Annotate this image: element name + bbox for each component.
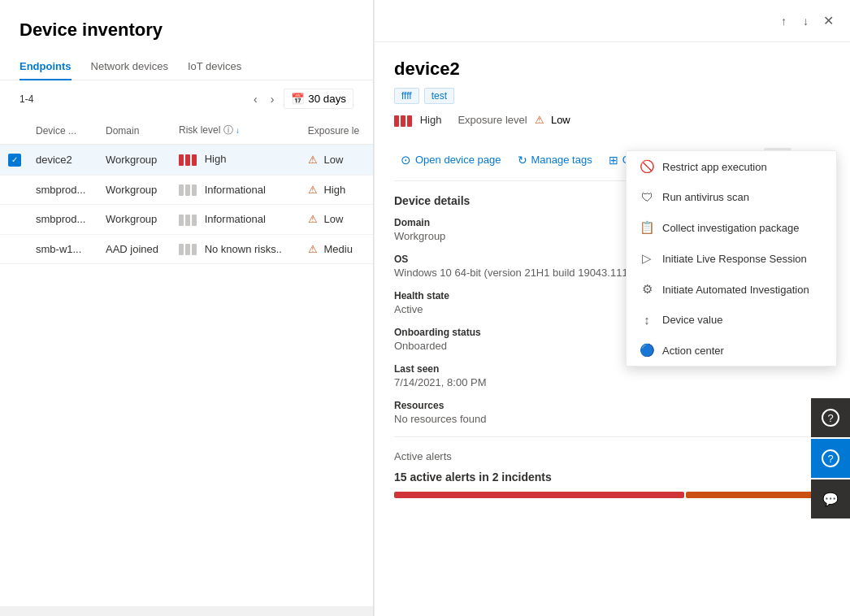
dropdown-collect-pkg[interactable]: 📋 Collect investigation package [627, 212, 836, 243]
horizontal-scrollbar[interactable] [0, 606, 373, 616]
row-check[interactable] [0, 234, 29, 264]
col-check [0, 117, 29, 145]
date-range-label: 30 days [308, 93, 346, 105]
domain-cell: Workgroup [99, 205, 172, 235]
question-circle-icon: ? [822, 409, 839, 427]
risk-level-label: High [394, 114, 441, 127]
next-button[interactable]: › [267, 91, 278, 107]
detail-device-name: device2 [394, 59, 830, 80]
risk-bar-2 [401, 115, 405, 127]
checkbox-checked-icon: ✓ [8, 154, 21, 167]
risk-cell: Informational [172, 205, 301, 235]
sort-arrow-icon: ↓ [236, 126, 240, 135]
antivirus-icon: 🛡 [640, 190, 654, 204]
risk-bar-1 [394, 115, 399, 127]
close-button[interactable]: ✕ [820, 10, 837, 32]
open-page-icon: ⊙ [401, 153, 411, 167]
dropdown-device-value[interactable]: ↕ Device value [627, 305, 836, 335]
alert-bar-warning [686, 492, 830, 498]
risk-bar-3 [192, 244, 197, 255]
hunt-icon: ⊞ [609, 154, 618, 167]
help-button-1[interactable]: ? [811, 398, 850, 437]
risk-bar-2 [185, 244, 190, 255]
tag-ffff[interactable]: ffff [394, 88, 419, 104]
exposure-level-section: Exposure level ⚠ Low [458, 114, 570, 126]
restrict-icon: 🚫 [640, 159, 654, 174]
detail-header-controls: ↑ ↓ ✕ [375, 0, 850, 42]
chat-button[interactable]: 💬 [811, 479, 850, 518]
device-table: Device ... Domain Risk level ⓘ ↓ Exposur… [0, 117, 373, 264]
risk-info-icon: ⓘ [223, 124, 233, 136]
dropdown-restrict-app[interactable]: 🚫 Restrict app execution [627, 151, 836, 182]
risk-bars-high [179, 154, 197, 166]
alerts-header[interactable]: Active alerts ∧ [394, 447, 830, 466]
device-name-cell: smbprod... [29, 175, 99, 205]
tab-network-devices[interactable]: Network devices [91, 54, 168, 80]
risk-cell: High [172, 145, 301, 176]
tab-bar: Endpoints Network devices IoT devices [0, 54, 373, 80]
exposure-cell: ⚠ Low [301, 145, 373, 176]
risk-cell: No known risks.. [172, 234, 301, 264]
pagination-label: 1-4 [20, 93, 33, 105]
risk-bar-3 [192, 154, 197, 166]
risk-bar-3 [192, 215, 197, 226]
warning-icon: ⚠ [308, 184, 318, 196]
table-row[interactable]: smbprod... Workgroup Informational [0, 175, 373, 205]
row-check[interactable]: ✓ [0, 145, 29, 176]
open-device-page-button[interactable]: ⊙ Open device page [394, 148, 508, 172]
dropdown-action-center[interactable]: 🔵 Action center [627, 335, 836, 366]
risk-bars-info [179, 215, 197, 226]
domain-cell: Workgroup [99, 175, 172, 205]
risk-bar-3 [192, 184, 197, 196]
dropdown-antivirus[interactable]: 🛡 Run antivirus scan [627, 182, 836, 212]
live-response-icon: ▷ [640, 251, 654, 266]
row-check[interactable] [0, 205, 29, 235]
col-device: Device ... [29, 117, 99, 145]
chat-icon: 💬 [822, 492, 839, 507]
right-icon-panel: ? ? 💬 [811, 398, 850, 518]
dropdown-live-response[interactable]: ▷ Initiate Live Response Session [627, 243, 836, 274]
dropdown-auto-investigation[interactable]: ⚙ Initiate Automated Investigation [627, 274, 836, 305]
detail-panel: ↑ ↓ ✕ device2 ffff test High Exposure le… [374, 0, 850, 616]
alert-severity-bars [394, 492, 830, 498]
risk-bar-1 [179, 184, 184, 196]
warning-icon: ⚠ [308, 243, 318, 255]
help-button-2[interactable]: ? [811, 439, 850, 478]
risk-cell: Informational [172, 175, 301, 205]
risk-bar-3 [407, 115, 412, 127]
exposure-cell: ⚠ Mediu [301, 234, 373, 264]
risk-bar-1 [179, 154, 184, 166]
auto-investigation-icon: ⚙ [640, 282, 654, 297]
prev-button[interactable]: ‹ [250, 91, 261, 107]
device-name-cell: device2 [29, 145, 99, 176]
exposure-cell: ⚠ High [301, 175, 373, 205]
dropdown-menu: 🚫 Restrict app execution 🛡 Run antivirus… [626, 150, 837, 367]
warning-icon: ⚠ [308, 213, 318, 225]
table-row[interactable]: ✓ device2 Workgroup High [0, 145, 373, 176]
table-row[interactable]: smbprod... Workgroup Informational [0, 205, 373, 235]
exposure-value: Low [551, 114, 570, 126]
device-value-icon: ↕ [640, 313, 654, 327]
date-range-button[interactable]: 📅 30 days [284, 89, 353, 109]
alert-bar-critical [394, 492, 684, 498]
tag-test[interactable]: test [424, 88, 454, 104]
manage-tags-button[interactable]: ↻ Manage tags [511, 149, 599, 171]
tab-endpoints[interactable]: Endpoints [20, 54, 72, 80]
alerts-count: 15 active alerts in 2 incidents [394, 471, 830, 484]
table-row[interactable]: smb-w1... AAD joined No known risks.. [0, 234, 373, 264]
risk-bars-info [179, 184, 197, 196]
exposure-cell: ⚠ Low [301, 205, 373, 235]
warning-icon: ⚠ [308, 154, 318, 166]
risk-value: High [420, 114, 442, 126]
main-panel: Device inventory Endpoints Network devic… [0, 0, 374, 616]
alerts-title: Active alerts [394, 450, 452, 462]
toolbar: 1-4 ‹ › 📅 30 days [0, 80, 373, 117]
device-name-cell: smb-w1... [29, 234, 99, 264]
device-name-cell: smbprod... [29, 205, 99, 235]
col-exposure: Exposure le [301, 117, 373, 145]
nav-up-button[interactable]: ↑ [776, 11, 791, 31]
risk-exposure-row: High Exposure level ⚠ Low [394, 114, 830, 127]
row-check[interactable] [0, 175, 29, 205]
nav-down-button[interactable]: ↓ [798, 11, 813, 31]
tab-iot-devices[interactable]: IoT devices [188, 54, 241, 80]
